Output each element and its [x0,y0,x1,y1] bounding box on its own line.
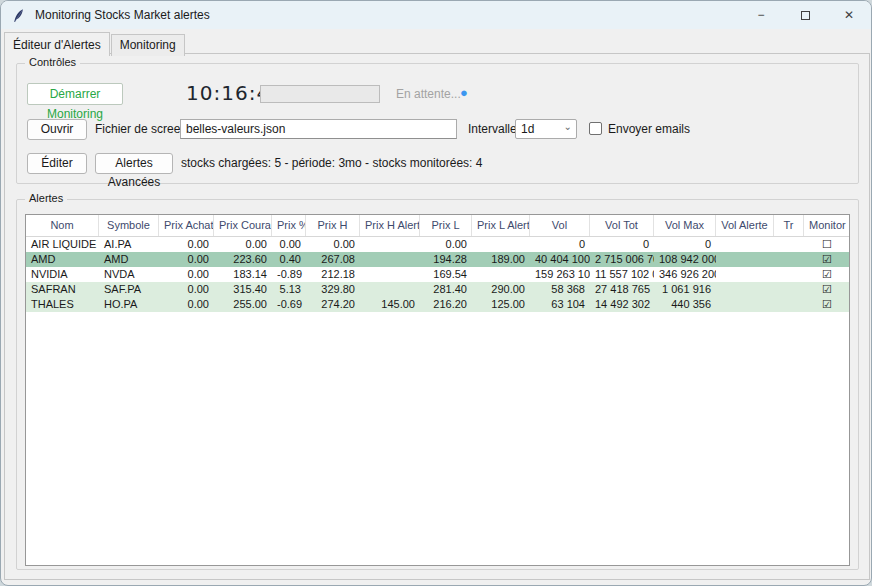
waiting-status-text: En attente... [396,87,461,101]
cell [774,237,804,252]
edit-button[interactable]: Éditer [27,153,87,174]
column-header-8[interactable]: Prix L Alerte [472,215,530,236]
cell [716,252,774,267]
column-header-9[interactable]: Vol [530,215,590,236]
alerts-table-body: AIR LIQUIDEAI.PA0.000.000.000.000.00000☐… [26,237,849,312]
cell: 169.54 [420,267,472,282]
cell: 315.40 [214,282,272,297]
cell: 281.40 [420,282,472,297]
monitor-checkbox[interactable]: ☐ [804,237,850,252]
cell: 183.14 [214,267,272,282]
interval-label: Intervalle: [468,122,520,136]
cell [716,267,774,282]
send-emails-label: Envoyer emails [608,122,690,136]
cell: -0.89 [272,267,306,282]
alerts-groupbox: Alertes NomSymbolePrix AchatPrix Courant… [16,199,859,570]
start-monitoring-button[interactable]: Démarrer Monitoring [27,83,123,105]
interval-value: 1d [521,122,534,138]
cell: 108 942 000 [654,252,716,267]
advanced-alerts-button[interactable]: Alertes Avancées [95,153,173,174]
cell: 0 [530,237,590,252]
monitor-checkbox[interactable]: ☑ [804,297,850,312]
cell [774,282,804,297]
column-header-11[interactable]: Vol Max [654,215,716,236]
column-header-14[interactable]: Monitor [804,215,850,236]
cell: 125.00 [472,297,530,312]
table-row-1[interactable]: AMDAMD0.00223.600.40267.08194.28189.0040… [26,252,849,267]
cell: AI.PA [99,237,159,252]
cell: 274.20 [306,297,360,312]
screener-file-input[interactable]: belles-valeurs.json [180,119,457,139]
progress-bar [260,85,380,103]
cell: 0.00 [159,252,214,267]
cell: 0.40 [272,252,306,267]
tab-1[interactable]: Monitoring [111,34,185,56]
cell [360,267,420,282]
send-emails-checkbox[interactable] [589,122,602,135]
cell: AIR LIQUIDE [26,237,99,252]
column-header-7[interactable]: Prix L [420,215,472,236]
cell: AMD [99,252,159,267]
table-row-3[interactable]: SAFRANSAF.PA0.00315.405.13329.80281.4029… [26,282,849,297]
cell: 0.00 [159,297,214,312]
cell: 440 356 [654,297,716,312]
app-window: Monitoring Stocks Market alertes − ✕ Édi… [0,0,872,586]
column-header-1[interactable]: Symbole [99,215,159,236]
alerts-table-header-row: NomSymbolePrix AchatPrix CourantPrix %Pr… [26,215,849,237]
close-button-icon[interactable]: ✕ [827,1,871,29]
cell: HO.PA [99,297,159,312]
maximize-button-icon[interactable] [783,1,827,29]
column-header-0[interactable]: Nom [26,215,99,236]
cell: 0.00 [159,267,214,282]
stocks-status-text: stocks chargées: 5 - période: 3mo - stoc… [181,156,482,170]
cell: 0.00 [159,237,214,252]
cell [774,297,804,312]
cell: 346 926 200 [654,267,716,282]
cell: AMD [26,252,99,267]
column-header-6[interactable]: Prix H Alerte [360,215,420,236]
cell: 27 418 765 [590,282,654,297]
cell: 5.13 [272,282,306,297]
cell: 58 368 [530,282,590,297]
cell: 255.00 [214,297,272,312]
column-header-13[interactable]: Tr [774,215,804,236]
status-dot-icon: ● [460,85,468,100]
open-button[interactable]: Ouvrir [27,119,87,140]
cell [472,237,530,252]
title-bar: Monitoring Stocks Market alertes − ✕ [1,1,871,29]
table-row-0[interactable]: AIR LIQUIDEAI.PA0.000.000.000.000.00000☐ [26,237,849,252]
cell [472,267,530,282]
monitor-checkbox[interactable]: ☑ [804,267,850,282]
interval-combobox[interactable]: 1d ⌄ [515,119,577,139]
controls-groupbox: Contrôles Démarrer Monitoring 10:16:46 E… [16,63,859,184]
minimize-button-icon[interactable]: − [739,1,783,29]
cell: 2 715 006 700 [590,252,654,267]
column-header-2[interactable]: Prix Achat [159,215,214,236]
cell: 0.00 [214,237,272,252]
column-header-4[interactable]: Prix % [272,215,306,236]
cell: NVIDIA [26,267,99,282]
monitor-checkbox[interactable]: ☑ [804,252,850,267]
table-row-2[interactable]: NVIDIANVDA0.00183.14-0.89212.18169.54159… [26,267,849,282]
cell: 0.00 [272,237,306,252]
window-title: Monitoring Stocks Market alertes [35,8,210,22]
cell: 63 104 [530,297,590,312]
alerts-group-label: Alertes [25,192,67,204]
cell: 0 [590,237,654,252]
cell: SAF.PA [99,282,159,297]
column-header-3[interactable]: Prix Courant [214,215,272,236]
cell: THALES [26,297,99,312]
cell [716,282,774,297]
cell [716,297,774,312]
column-header-5[interactable]: Prix H [306,215,360,236]
tab-0[interactable]: Éditeur d'Alertes [4,32,110,56]
table-row-4[interactable]: THALESHO.PA0.00255.00-0.69274.20145.0021… [26,297,849,312]
controls-group-label: Contrôles [25,56,80,68]
monitor-checkbox[interactable]: ☑ [804,282,850,297]
cell: 267.08 [306,252,360,267]
cell: -0.69 [272,297,306,312]
cell: 329.80 [306,282,360,297]
cell: 14 492 302 [590,297,654,312]
column-header-10[interactable]: Vol Tot [590,215,654,236]
column-header-12[interactable]: Vol Alerte [716,215,774,236]
